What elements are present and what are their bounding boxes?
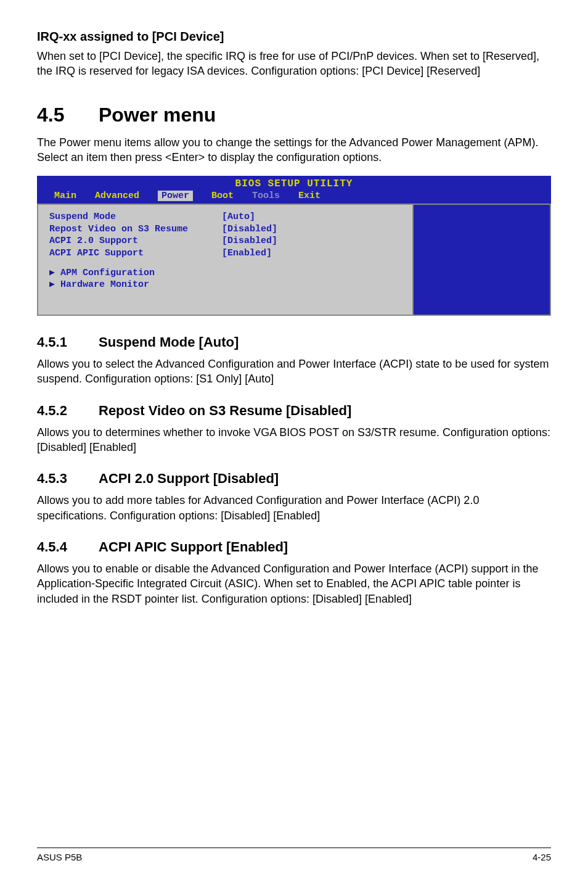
bios-row-value: [Auto] <box>222 211 401 223</box>
section-4-5-2-title: Repost Video on S3 Resume [Disabled] <box>99 403 351 419</box>
arrow-icon: ▶ <box>49 266 60 278</box>
arrow-icon: ▶ <box>49 278 60 290</box>
section-4-5-1-num: 4.5.1 <box>37 334 99 350</box>
bios-submenu-label: Hardware Monitor <box>60 279 149 290</box>
bios-tab-boot: Boot <box>211 191 234 201</box>
bios-tab-exit: Exit <box>298 191 321 201</box>
bios-screenshot: BIOS SETUP UTILITY Main Advanced Power B… <box>37 176 551 316</box>
footer-left: ASUS P5B <box>37 852 82 862</box>
section-4-5-title: Power menu <box>99 104 216 126</box>
section-4-5-1-body: Allows you to select the Advanced Config… <box>37 357 551 387</box>
section-4-5-intro: The Power menu items allow you to change… <box>37 135 551 165</box>
section-4-5-2-heading: 4.5.2 Repost Video on S3 Resume [Disable… <box>37 403 551 419</box>
bios-row-value: [Enabled] <box>222 247 401 260</box>
section-4-5-4-body: Allows you to enable or disable the Adva… <box>37 561 551 606</box>
section-4-5-3-num: 4.5.3 <box>37 471 99 487</box>
irq-body: When set to [PCI Device], the specific I… <box>37 49 551 79</box>
section-4-5-2-num: 4.5.2 <box>37 403 99 419</box>
bios-right-panel <box>412 204 551 316</box>
bios-row: Suspend Mode [Auto] <box>49 211 401 223</box>
section-4-5-1-title: Suspend Mode [Auto] <box>99 334 239 350</box>
bios-row: ACPI APIC Support [Enabled] <box>49 247 401 260</box>
bios-tab-tools: Tools <box>252 191 280 201</box>
section-4-5-4-title: ACPI APIC Support [Enabled] <box>99 539 288 555</box>
bios-tab-main: Main <box>54 191 76 201</box>
irq-heading: IRQ-xx assigned to [PCI Device] <box>37 30 551 44</box>
bios-row-label: ACPI 2.0 Support <box>49 235 222 247</box>
bios-row: ACPI 2.0 Support [Disabled] <box>49 235 401 247</box>
section-4-5-heading: 4.5 Power menu <box>37 104 551 126</box>
bios-row-label: ACPI APIC Support <box>49 247 222 260</box>
section-4-5-2-body: Allows you to determines whether to invo… <box>37 425 551 455</box>
bios-row-label: Repost Video on S3 Resume <box>49 223 222 236</box>
bios-submenu-item: ▶Hardware Monitor <box>49 278 401 290</box>
section-4-5-1-heading: 4.5.1 Suspend Mode [Auto] <box>37 334 551 350</box>
section-4-5-4-num: 4.5.4 <box>37 539 99 555</box>
bios-row-label: Suspend Mode <box>49 211 222 223</box>
bios-row-value: [Disabled] <box>222 235 401 247</box>
bios-tab-power: Power <box>158 191 193 201</box>
bios-tab-advanced: Advanced <box>95 191 139 201</box>
page-footer: ASUS P5B 4-25 <box>37 848 551 862</box>
section-4-5-3-title: ACPI 2.0 Support [Disabled] <box>99 471 279 487</box>
section-4-5-4-heading: 4.5.4 ACPI APIC Support [Enabled] <box>37 539 551 555</box>
bios-row-value: [Disabled] <box>222 223 401 236</box>
section-4-5-3-heading: 4.5.3 ACPI 2.0 Support [Disabled] <box>37 471 551 487</box>
section-4-5-num: 4.5 <box>37 104 99 126</box>
bios-submenu: ▶APM Configuration ▶Hardware Monitor <box>49 266 401 290</box>
bios-submenu-label: APM Configuration <box>60 268 155 278</box>
bios-left-panel: Suspend Mode [Auto] Repost Video on S3 R… <box>37 204 412 316</box>
bios-row: Repost Video on S3 Resume [Disabled] <box>49 223 401 236</box>
footer-right: 4-25 <box>533 852 551 862</box>
bios-body: Suspend Mode [Auto] Repost Video on S3 R… <box>37 204 551 316</box>
bios-tabs: Main Advanced Power Boot Tools Exit <box>37 189 551 204</box>
bios-submenu-item: ▶APM Configuration <box>49 266 401 278</box>
section-4-5-3-body: Allows you to add more tables for Advanc… <box>37 493 551 523</box>
bios-title: BIOS SETUP UTILITY <box>37 176 551 189</box>
